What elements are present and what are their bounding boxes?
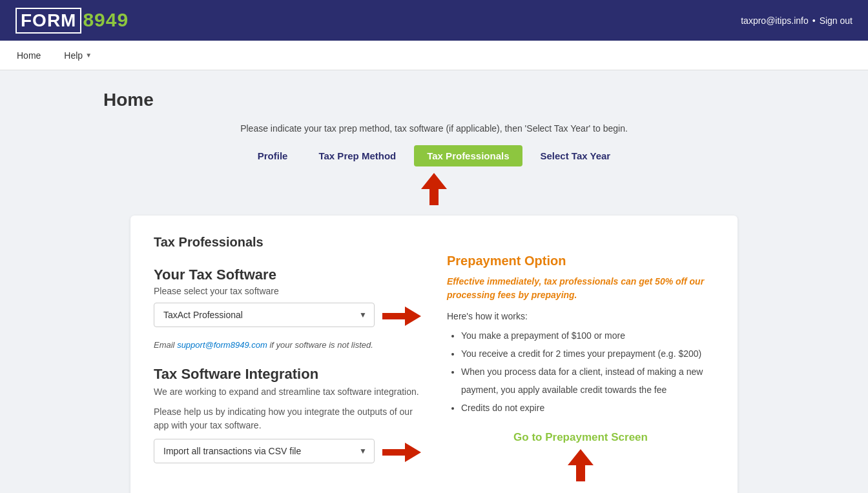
bullet-3: When you process data for a client, inst… xyxy=(461,363,714,399)
nav-help-label: Help xyxy=(64,50,83,61)
tab-profile[interactable]: Profile xyxy=(245,145,301,166)
sign-out-link[interactable]: Sign out xyxy=(820,15,852,26)
integration-select[interactable]: Import all transactions via CSV file Man… xyxy=(154,439,375,463)
logo: FORM 8949 xyxy=(16,8,129,34)
logo-number-text: 8949 xyxy=(83,9,129,31)
integration-section: Tax Software Integration We are working … xyxy=(154,366,421,468)
go-to-prepayment-link[interactable]: Go to Prepayment Screen xyxy=(447,431,714,444)
integration-desc2: Please help us by indicating how you int… xyxy=(154,405,421,432)
email-note: Email support@form8949.com if your softw… xyxy=(154,339,421,352)
svg-marker-1 xyxy=(382,307,421,326)
up-arrow-icon xyxy=(421,173,447,205)
svg-marker-2 xyxy=(382,443,421,462)
integration-desc1: We are working to expand and streamline … xyxy=(154,385,421,399)
tab-bar: Profile Tax Prep Method Tax Professional… xyxy=(13,145,855,166)
bullet-2: You receive a credit for 2 times your pr… xyxy=(461,345,714,363)
integration-select-row: Import all transactions via CSV file Man… xyxy=(154,439,421,468)
tab-arrow-container xyxy=(13,173,855,205)
user-email: taxpro@itips.info xyxy=(741,15,808,26)
integration-title: Tax Software Integration xyxy=(154,366,421,383)
prepayment-subtitle: Effective immediately, tax professionals… xyxy=(447,275,714,302)
nav-home[interactable]: Home xyxy=(13,48,45,63)
email-note-prefix: Email xyxy=(154,340,175,350)
integration-select-wrapper: Import all transactions via CSV file Man… xyxy=(154,439,375,463)
page-title: Home xyxy=(103,90,855,110)
prepayment-arrow-container xyxy=(447,449,714,481)
software-label: Please select your tax software xyxy=(154,286,421,296)
instruction-text: Please indicate your tax prep method, ta… xyxy=(13,123,855,134)
top-header: FORM 8949 taxpro@itips.info • Sign out xyxy=(0,0,868,41)
card-main-title: Tax Professionals xyxy=(154,235,714,250)
prepayment-up-arrow-icon xyxy=(568,449,594,481)
card-grid: Your Tax Software Please select your tax… xyxy=(154,254,714,481)
prepayment-title: Prepayment Option xyxy=(447,254,714,268)
svg-marker-0 xyxy=(421,173,447,205)
main-content: Home Please indicate your tax prep metho… xyxy=(0,70,868,493)
tab-tax-prep-method[interactable]: Tax Prep Method xyxy=(305,145,409,166)
tab-tax-professionals[interactable]: Tax Professionals xyxy=(414,145,522,166)
integration-red-arrow xyxy=(382,443,421,465)
software-select-row: TaxAct Professional TurboTax Professiona… xyxy=(154,303,421,332)
tab-select-tax-year[interactable]: Select Tax Year xyxy=(528,145,624,166)
left-column: Your Tax Software Please select your tax… xyxy=(154,254,421,481)
header-user-info: taxpro@itips.info • Sign out xyxy=(741,15,852,26)
logo-form-text: FORM xyxy=(16,8,81,34)
nav-bar: Home Help ▼ xyxy=(0,41,868,70)
separator-dot: • xyxy=(812,15,816,26)
nav-help[interactable]: Help ▼ xyxy=(60,48,96,63)
your-software-title: Your Tax Software xyxy=(154,267,421,283)
main-card: Tax Professionals Your Tax Software Plea… xyxy=(130,216,738,493)
support-email-link[interactable]: support@form8949.com xyxy=(177,340,267,350)
right-column: Prepayment Option Effective immediately,… xyxy=(447,254,714,481)
svg-marker-3 xyxy=(568,449,594,481)
email-note-suffix: if your software is not listed. xyxy=(269,340,373,350)
heres-how-text: Here's how it works: xyxy=(447,311,714,321)
bullet-4: Credits do not expire xyxy=(461,399,714,417)
bullet-1: You make a prepayment of $100 or more xyxy=(461,327,714,345)
software-select-wrapper: TaxAct Professional TurboTax Professiona… xyxy=(154,303,375,327)
software-red-arrow xyxy=(382,307,421,328)
software-select[interactable]: TaxAct Professional TurboTax Professiona… xyxy=(154,303,375,327)
bullet-list: You make a prepayment of $100 or more Yo… xyxy=(447,327,714,417)
help-dropdown-arrow: ▼ xyxy=(85,52,92,59)
